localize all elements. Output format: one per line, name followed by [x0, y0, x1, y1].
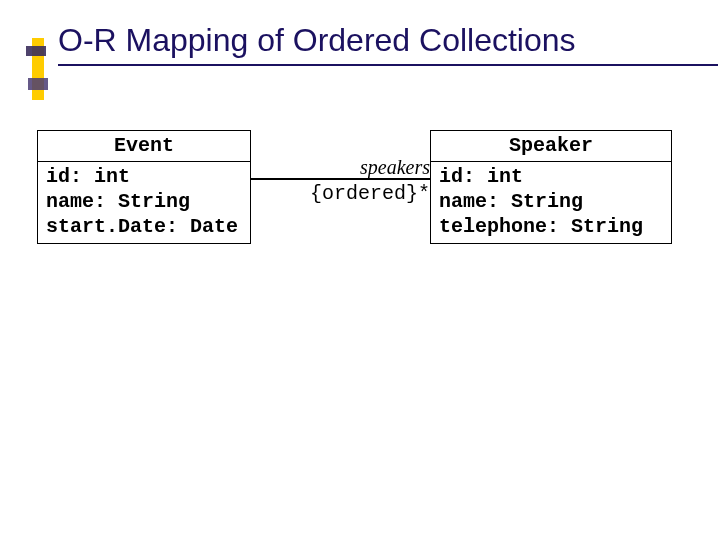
attr: id: int	[439, 164, 665, 189]
attr: id: int	[46, 164, 244, 189]
title-decor-icon	[26, 38, 48, 100]
class-name-event: Event	[38, 131, 250, 162]
title-underline	[58, 64, 718, 66]
class-name-speaker: Speaker	[431, 131, 671, 162]
association-constraint-label: {ordered}*	[250, 182, 436, 205]
association-name-label: speakers	[250, 156, 436, 179]
slide-title: O-R Mapping of Ordered Collections	[58, 22, 576, 59]
class-box-event: Event id: int name: String start.Date: D…	[37, 130, 251, 244]
attr: start.Date: Date	[46, 214, 244, 239]
class-box-speaker: Speaker id: int name: String telephone: …	[430, 130, 672, 244]
attr: name: String	[439, 189, 665, 214]
class-attrs-speaker: id: int name: String telephone: String	[431, 162, 671, 243]
class-attrs-event: id: int name: String start.Date: Date	[38, 162, 250, 243]
attr: name: String	[46, 189, 244, 214]
attr: telephone: String	[439, 214, 665, 239]
